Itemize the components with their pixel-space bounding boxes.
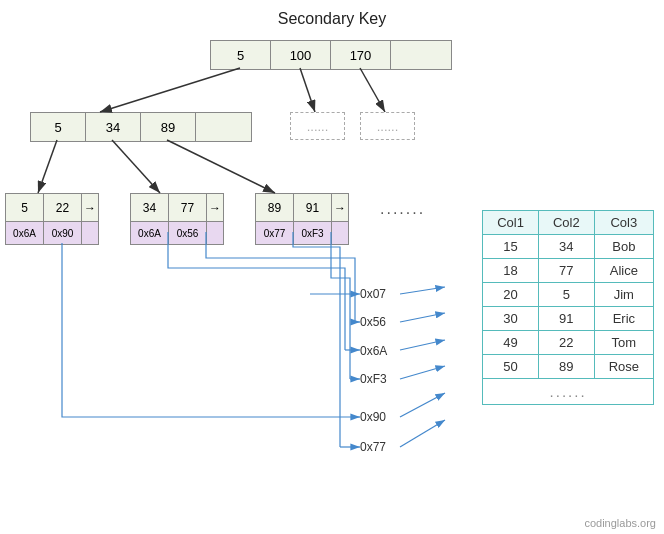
dots-mid: .......: [380, 200, 425, 218]
l2-left-cell-empty: [196, 113, 251, 141]
root-cell-empty: [391, 41, 451, 69]
row2-col2: 77: [538, 259, 594, 283]
svg-line-15: [400, 313, 445, 322]
row6-col3: Rose: [594, 355, 653, 379]
svg-line-14: [400, 287, 445, 294]
row5-col1: 49: [483, 331, 539, 355]
table-row: 15 34 Bob: [483, 235, 654, 259]
leaf-node-3: 89 91 →: [255, 193, 349, 223]
row3-col3: Jim: [594, 283, 653, 307]
row1-col3: Bob: [594, 235, 653, 259]
watermark: codinglabs.org: [584, 517, 656, 529]
ptr-0x77: 0x77: [360, 440, 386, 454]
svg-line-6: [112, 140, 160, 193]
ptr-0x6A: 0x6A: [360, 344, 387, 358]
leaf1-arrow: →: [82, 194, 98, 222]
row2-col1: 18: [483, 259, 539, 283]
ptr-0xF3: 0xF3: [360, 372, 387, 386]
leaf3-addrs: 0x77 0xF3: [255, 221, 349, 245]
leaf3-key1: 89: [256, 194, 294, 222]
svg-line-18: [400, 393, 445, 417]
svg-line-5: [38, 140, 57, 193]
svg-line-7: [167, 140, 275, 193]
svg-line-16: [400, 340, 445, 350]
row2-col3: Alice: [594, 259, 653, 283]
row6-col1: 50: [483, 355, 539, 379]
leaf2-addr-spacer: [207, 222, 223, 244]
l2-left-cell-2: 34: [86, 113, 141, 141]
leaf1-addr-spacer: [82, 222, 98, 244]
leaf3-addr2: 0xF3: [294, 222, 332, 244]
leaf2-key1: 34: [131, 194, 169, 222]
col3-header: Col3: [594, 211, 653, 235]
ptr-0x90: 0x90: [360, 410, 386, 424]
table-row: 20 5 Jim: [483, 283, 654, 307]
row3-col1: 20: [483, 283, 539, 307]
data-table: Col1 Col2 Col3 15 34 Bob 18 77 Alice 20 …: [482, 210, 654, 405]
svg-line-3: [300, 68, 315, 112]
svg-line-2: [100, 68, 240, 112]
l2-left-node: 5 34 89: [30, 112, 252, 142]
l2-left-cell-1: 5: [31, 113, 86, 141]
leaf2-addr1: 0x6A: [131, 222, 169, 244]
leaf3-arrow: →: [332, 194, 348, 222]
col2-header: Col2: [538, 211, 594, 235]
leaf1-addr2: 0x90: [44, 222, 82, 244]
leaf1-key2: 22: [44, 194, 82, 222]
svg-line-4: [360, 68, 385, 112]
root-node: 5 100 170: [210, 40, 452, 70]
table-row-dots: ......: [483, 379, 654, 405]
col1-header: Col1: [483, 211, 539, 235]
leaf2-addr2: 0x56: [169, 222, 207, 244]
l2-dashed-2: ......: [360, 112, 415, 140]
leaf3-key2: 91: [294, 194, 332, 222]
row1-col1: 15: [483, 235, 539, 259]
root-cell-2: 100: [271, 41, 331, 69]
svg-line-19: [400, 420, 445, 447]
leaf-node-1: 5 22 →: [5, 193, 99, 223]
row1-col2: 34: [538, 235, 594, 259]
page-title: Secondary Key: [0, 0, 664, 28]
row5-col3: Tom: [594, 331, 653, 355]
leaf3-addr1: 0x77: [256, 222, 294, 244]
table-row: 50 89 Rose: [483, 355, 654, 379]
leaf2-addrs: 0x6A 0x56: [130, 221, 224, 245]
row4-col1: 30: [483, 307, 539, 331]
ptr-0x56: 0x56: [360, 315, 386, 329]
leaf-node-2: 34 77 →: [130, 193, 224, 223]
ptr-0x07: 0x07: [360, 287, 386, 301]
table-row: 18 77 Alice: [483, 259, 654, 283]
table-row: 30 91 Eric: [483, 307, 654, 331]
row3-col2: 5: [538, 283, 594, 307]
row6-col2: 89: [538, 355, 594, 379]
leaf2-arrow: →: [207, 194, 223, 222]
l2-dashed-1: ......: [290, 112, 345, 140]
l2-left-cell-3: 89: [141, 113, 196, 141]
leaf2-key2: 77: [169, 194, 207, 222]
leaf1-addrs: 0x6A 0x90: [5, 221, 99, 245]
root-cell-1: 5: [211, 41, 271, 69]
leaf3-addr-spacer: [332, 222, 348, 244]
row4-col3: Eric: [594, 307, 653, 331]
root-cell-3: 170: [331, 41, 391, 69]
row5-col2: 22: [538, 331, 594, 355]
svg-line-17: [400, 366, 445, 379]
row4-col2: 91: [538, 307, 594, 331]
table-dots: ......: [483, 379, 654, 405]
leaf1-addr1: 0x6A: [6, 222, 44, 244]
table-row: 49 22 Tom: [483, 331, 654, 355]
leaf1-key1: 5: [6, 194, 44, 222]
